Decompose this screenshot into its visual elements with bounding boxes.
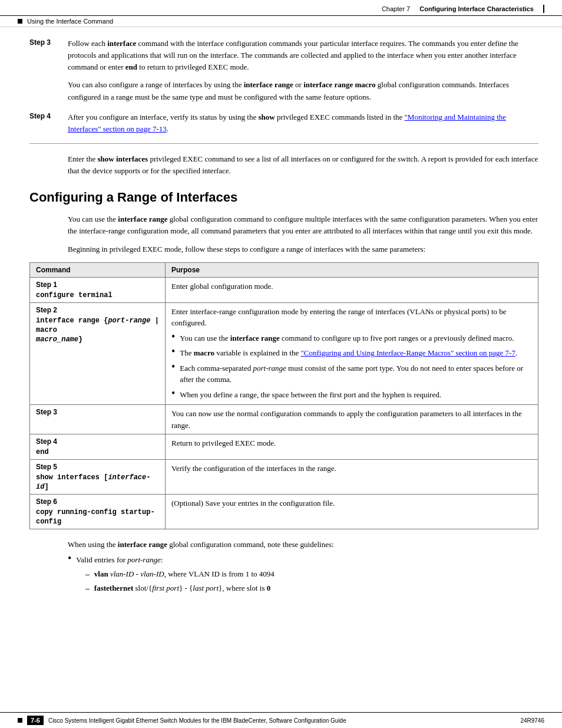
guidelines-section: When using the interface range global co… — [68, 539, 538, 596]
bullet4-dot: • — [171, 388, 175, 398]
table-row-step3: Step 3 You can now use the normal config… — [30, 405, 538, 434]
step2-bullet3: • Each comma-separated port-range must c… — [171, 363, 532, 386]
step-3-label: Step 3 — [29, 38, 68, 103]
sub-guidelines: – vlan vlan-ID - vlan-ID, where VLAN ID … — [85, 568, 274, 594]
guidelines-bullet: • — [68, 553, 71, 564]
section-heading: Configuring a Range of Interfaces — [29, 190, 538, 205]
page-footer: 7-6 Cisco Systems Intelligent Gigabit Et… — [0, 712, 562, 728]
step6-command: copy running-config startup-config — [36, 508, 155, 526]
footer-square — [18, 718, 22, 723]
subheader-text: Using the Interface Command — [27, 18, 113, 25]
table-cell-cmd-step6: Step 6 copy running-config startup-confi… — [30, 495, 166, 529]
step2-label: Step 2 — [36, 306, 159, 314]
table-cell-purpose-step1: Enter global configuration mode. — [166, 277, 538, 302]
table-cell-purpose-step5: Verify the configuration of the interfac… — [166, 460, 538, 495]
macro-link[interactable]: "Configuring and Using Interface-Range M… — [300, 348, 515, 357]
table-cell-cmd-step2: Step 2 interface range {port-range | mac… — [30, 302, 166, 405]
bullet1-dot: • — [171, 331, 175, 342]
step2-bullet4: • When you define a range, the space bet… — [171, 389, 532, 401]
sub-item1-text: vlan vlan-ID - vlan-ID, where VLAN ID is… — [94, 568, 275, 580]
chapter-num: Chapter 7 — [382, 5, 410, 12]
section-divider — [29, 143, 538, 144]
sub-item2-text: fastethernet slot/{first port} - {last p… — [94, 582, 270, 594]
table-cell-purpose-step3: You can now use the normal configuration… — [166, 405, 538, 434]
show-interfaces-para: Enter the show interfaces privileged EXE… — [68, 153, 538, 177]
step4-tbl-label: Step 4 — [36, 437, 159, 446]
step5-command: show interfaces [interface-id] — [36, 473, 150, 491]
step-4-label: Step 4 — [29, 111, 68, 135]
step4-command: end — [36, 448, 49, 456]
step5-tbl-label: Step 5 — [36, 463, 159, 471]
page-subheader: Using the Interface Command — [0, 16, 562, 27]
chapter-title: Configuring Interface Characteristics — [419, 5, 534, 12]
table-row-step2: Step 2 interface range {port-range | mac… — [30, 302, 538, 405]
step2-bullet1: • You can use the interface range comman… — [171, 332, 532, 344]
sub-item2: – fastethernet slot/{first port} - {last… — [85, 582, 274, 594]
bullet4-text: When you define a range, the space betwe… — [180, 389, 441, 401]
sub-dash1: – — [85, 568, 90, 580]
bullet3-text: Each comma-separated port-range must con… — [180, 363, 532, 386]
subheader-square — [18, 19, 22, 24]
table-row-step4: Step 4 end Return to privileged EXEC mod… — [30, 434, 538, 460]
header-rule-right — [543, 5, 544, 13]
step2-bullets: • You can use the interface range comman… — [171, 332, 532, 401]
footer-text: Cisco Systems Intelligent Gigabit Ethern… — [48, 717, 346, 724]
guidelines-list: • Valid entries for port-range: – vlan v… — [68, 554, 538, 596]
step-3-content: Follow each interface command with the i… — [68, 38, 538, 103]
bullet1-text: You can use the interface range command … — [180, 332, 514, 344]
step-3-para1: Follow each interface command with the i… — [68, 38, 538, 73]
step-4-content: After you configure an interface, verify… — [68, 111, 538, 135]
step2-command: interface range {port-range | macromacro… — [36, 317, 159, 344]
table-cell-purpose-step2: Enter interface-range configuration mode… — [166, 302, 538, 405]
table-row-step6: Step 6 copy running-config startup-confi… — [30, 495, 538, 529]
footer-left: 7-6 Cisco Systems Intelligent Gigabit Et… — [18, 716, 346, 725]
footer-page-num: 7-6 — [27, 716, 44, 725]
table-row-step1: Step 1 configure terminal Enter global c… — [30, 277, 538, 302]
sub-item1: – vlan vlan-ID - vlan-ID, where VLAN ID … — [85, 568, 274, 580]
table-cell-cmd-step5: Step 5 show interfaces [interface-id] — [30, 460, 166, 495]
step-4-link[interactable]: "Monitoring and Maintaining the Interfac… — [68, 113, 506, 133]
table-cell-purpose-step4: Return to privileged EXEC mode. — [166, 434, 538, 460]
table-cell-cmd-step3: Step 3 — [30, 405, 166, 434]
bullet2-dot: • — [171, 346, 175, 357]
page-header: Chapter 7 Configuring Interface Characte… — [0, 0, 562, 16]
guidelines-item1: • Valid entries for port-range: – vlan v… — [68, 554, 538, 596]
table-cell-purpose-step6: (Optional) Save your entries in the conf… — [166, 495, 538, 529]
intro-para-2: Beginning in privileged EXEC mode, follo… — [68, 243, 538, 255]
step2-bullet2: • The macro variable is explained in the… — [171, 347, 532, 359]
sub-dash2: – — [85, 582, 90, 594]
intro-para-1: You can use the interface range global c… — [68, 213, 538, 237]
table-header-purpose: Purpose — [166, 262, 538, 277]
step1-label: Step 1 — [36, 281, 159, 289]
guidelines-intro: When using the interface range global co… — [68, 539, 538, 551]
table-header-command: Command — [30, 262, 166, 277]
step1-command: configure terminal — [36, 291, 113, 299]
guidelines-item1-content: Valid entries for port-range: – vlan vla… — [76, 554, 274, 596]
table-cell-cmd-step4: Step 4 end — [30, 434, 166, 460]
command-table: Command Purpose Step 1 configure termina… — [29, 262, 538, 530]
bullet3-dot: • — [171, 361, 175, 372]
footer-doc-num: 24R9746 — [520, 717, 544, 724]
step6-tbl-label: Step 6 — [36, 498, 159, 506]
step-4-row: Step 4 After you configure an interface,… — [29, 111, 538, 135]
guidelines-item1-text: Valid entries for port-range: — [76, 555, 163, 564]
bullet2-text: The macro variable is explained in the "… — [180, 347, 517, 359]
page-content: Step 3 Follow each interface command wit… — [0, 27, 562, 645]
step3-tbl-label: Step 3 — [36, 408, 159, 416]
table-row-step5: Step 5 show interfaces [interface-id] Ve… — [30, 460, 538, 495]
step-3-para2: You can also configure a range of interf… — [68, 79, 538, 103]
step-3-row: Step 3 Follow each interface command wit… — [29, 38, 538, 103]
step2-intro: Enter interface-range configuration mode… — [171, 306, 532, 329]
header-chapter: Chapter 7 Configuring Interface Characte… — [382, 5, 544, 13]
table-cell-cmd-step1: Step 1 configure terminal — [30, 277, 166, 302]
